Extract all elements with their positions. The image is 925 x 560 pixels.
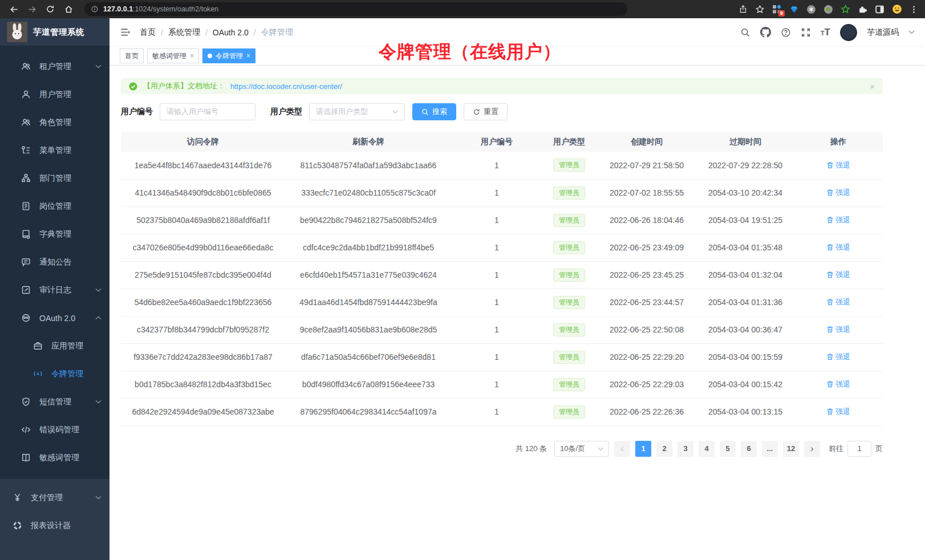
help-button[interactable]	[781, 27, 791, 38]
breadcrumb-oauth2[interactable]: OAuth 2.0	[213, 28, 249, 37]
user-id-input[interactable]: 请输入用户编号	[160, 103, 255, 120]
cell-refresh-token: e6cfd40eb1f54571a31e775e039c4624	[285, 261, 452, 289]
goto-page-input[interactable]: 1	[847, 441, 871, 457]
force-logout-button[interactable]: 强退	[826, 407, 850, 417]
browser-reload-button[interactable]	[43, 2, 57, 16]
logo-rabbit-image	[7, 22, 27, 42]
sidebar-item-label: 报表设计器	[31, 521, 102, 531]
cell-actions: 强退	[794, 152, 883, 179]
page-button-1[interactable]: 1	[635, 441, 651, 457]
user-caret-icon[interactable]	[908, 30, 915, 34]
panel-icon[interactable]	[875, 5, 885, 14]
page-button-3[interactable]: 3	[677, 441, 693, 457]
table-row: 41c41346a548490f9dc8b01c6bfe0865 333ecfc…	[121, 179, 883, 206]
reset-button[interactable]: 重置	[464, 103, 508, 120]
cell-user-type: 管理员	[542, 261, 597, 289]
force-logout-button[interactable]: 强退	[826, 160, 850, 171]
sidebar-item-notice[interactable]: 通知公告	[0, 248, 109, 276]
page-button-6[interactable]: 6	[741, 441, 757, 457]
browser-home-button[interactable]	[62, 2, 75, 16]
sidebar-item-role[interactable]: 角色管理	[0, 108, 109, 136]
page-button-2[interactable]: 2	[656, 441, 672, 457]
puzzle-extensions-icon[interactable]	[858, 5, 867, 14]
extension-grid-icon[interactable]: 9	[772, 5, 782, 14]
sidebar-item-user[interactable]: 用户管理	[0, 80, 109, 108]
alert-close-icon[interactable]: ×	[870, 82, 875, 91]
page-button-4[interactable]: 4	[699, 441, 715, 457]
sidebar-item-sms[interactable]: 短信管理	[0, 388, 109, 416]
force-logout-button[interactable]: 强退	[826, 270, 850, 280]
table-row: 502375b8040a469a9b82188afdf6af1f be90422…	[121, 206, 883, 234]
cell-created-time: 2022-06-25 23:44:57	[597, 289, 697, 316]
tab-close-icon[interactable]: ×	[246, 52, 250, 59]
sidebar-item-tenant[interactable]: 租户管理	[0, 52, 109, 80]
alert-doc-link[interactable]: https://doc.iocoder.cn/user-center/	[230, 82, 342, 91]
browser-menu-icon[interactable]	[910, 5, 918, 14]
address-bar[interactable]: 127.0.0.1:1024/system/oauth2/token	[84, 2, 627, 16]
force-logout-button[interactable]: 强退	[826, 324, 850, 335]
cell-expire-time: 2054-03-04 00:13:15	[697, 398, 794, 425]
sidebar-item-oauth2[interactable]: OAuth 2.0	[0, 304, 109, 332]
sidebar-item-dict[interactable]: 字典管理	[0, 220, 109, 248]
star-extension-icon[interactable]	[841, 5, 850, 14]
sidebar-item-sensitive-word[interactable]: 敏感词管理	[0, 444, 109, 472]
bookmark-star-icon[interactable]	[755, 5, 765, 14]
cell-user-id: 1	[452, 316, 542, 343]
sidebar-item-post[interactable]: 岗位管理	[0, 192, 109, 220]
trash-icon	[826, 161, 834, 169]
asterisk-extension-icon[interactable]	[806, 5, 816, 14]
avatar[interactable]	[840, 24, 857, 41]
sidebar-item-report-designer[interactable]: 报表设计器	[0, 512, 109, 539]
force-logout-button[interactable]: 强退	[826, 297, 850, 307]
tab-home[interactable]: 首页	[120, 48, 144, 63]
doc-alert: 【用户体系】文档地址： https://doc.iocoder.cn/user-…	[121, 78, 883, 94]
page-size-select[interactable]: 10条/页	[554, 441, 609, 457]
chevron-down-icon	[95, 288, 102, 292]
force-logout-button[interactable]: 强退	[826, 188, 850, 198]
alert-text: 【用户体系】文档地址：	[143, 81, 225, 91]
search-icon	[740, 27, 750, 38]
force-logout-button[interactable]: 强退	[826, 215, 850, 225]
sidebar-item-dept[interactable]: 部门管理	[0, 164, 109, 192]
sidebar-item-menu[interactable]: 菜单管理	[0, 136, 109, 164]
sidebar-collapse-button[interactable]	[120, 27, 131, 38]
search-button[interactable]	[740, 27, 750, 38]
tab-close-icon[interactable]: ×	[190, 52, 194, 59]
user-type-select[interactable]: 请选择用户类型	[309, 103, 405, 120]
sidebar-item-pay[interactable]: 支付管理	[0, 484, 109, 512]
emoji-profile-icon[interactable]	[892, 4, 902, 14]
header-user-type: 用户类型	[542, 132, 597, 152]
cell-refresh-token: 811c530487574fa0af1a59d3abc1aa66	[285, 152, 452, 179]
cell-created-time: 2022-06-25 22:26:36	[597, 398, 697, 425]
force-logout-label: 强退	[835, 215, 850, 225]
tab-token[interactable]: 令牌管理 ×	[202, 48, 255, 63]
browser-back-button[interactable]	[7, 2, 21, 16]
gem-extension-icon[interactable]	[789, 5, 799, 14]
page-ellipsis[interactable]: ...	[762, 441, 778, 457]
code-icon	[21, 425, 31, 435]
breadcrumb-system[interactable]: 系统管理	[168, 27, 200, 38]
page-button-12[interactable]: 12	[783, 441, 799, 457]
user-name[interactable]: 芋道源码	[867, 27, 899, 38]
sidebar-item-oauth2-token[interactable]: A 令牌管理	[0, 360, 109, 388]
fullscreen-button[interactable]	[801, 27, 811, 38]
browser-forward-button[interactable]	[25, 2, 39, 16]
tab-sensitive-word[interactable]: 敏感词管理 ×	[147, 48, 199, 63]
share-icon[interactable]	[739, 5, 748, 14]
page-button-5[interactable]: 5	[720, 441, 736, 457]
next-page-button[interactable]: ›	[804, 441, 820, 457]
force-logout-button[interactable]: 强退	[826, 242, 850, 253]
sidebar-item-errcode[interactable]: 错误码管理	[0, 416, 109, 444]
force-logout-button[interactable]: 强退	[826, 379, 850, 389]
prev-page-button[interactable]: ‹	[614, 441, 630, 457]
github-button[interactable]	[760, 27, 771, 38]
force-logout-button[interactable]: 强退	[826, 352, 850, 362]
dot-extension-icon[interactable]	[823, 5, 833, 14]
app-logo[interactable]: 芋道管理系统	[0, 18, 109, 46]
sidebar-item-oauth2-app[interactable]: 应用管理	[0, 332, 109, 360]
sidebar-item-audit-log[interactable]: 审计日志	[0, 276, 109, 304]
cell-expire-time: 2054-03-04 00:36:47	[697, 316, 794, 343]
breadcrumb-home[interactable]: 首页	[140, 27, 156, 38]
font-size-button[interactable]: TT	[821, 27, 830, 37]
search-submit-button[interactable]: 搜索	[412, 103, 456, 120]
